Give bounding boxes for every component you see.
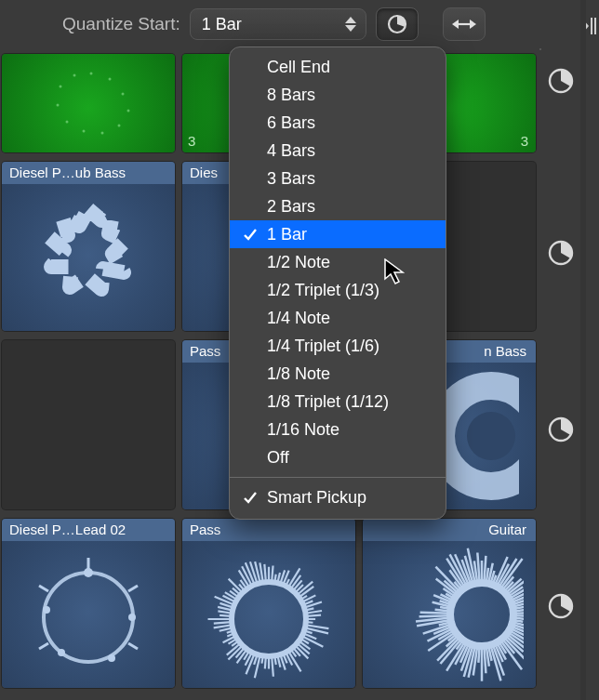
- cell-label: Diesel P…ub Bass: [2, 162, 175, 184]
- knob-icon: [547, 592, 575, 620]
- check-icon: [241, 165, 260, 192]
- quantize-start-value: 1 Bar: [202, 15, 242, 34]
- row-knob-3[interactable]: [547, 416, 575, 443]
- menu-item-label: 6 Bars: [267, 113, 315, 132]
- stretch-button[interactable]: [443, 7, 486, 41]
- menu-item[interactable]: 1/8 Triplet (1/12): [230, 388, 446, 416]
- knob-icon: [547, 416, 575, 443]
- svg-line-95: [214, 625, 233, 627]
- check-icon: [241, 483, 260, 511]
- check-icon: [241, 192, 260, 220]
- svg-marker-4: [452, 20, 459, 29]
- menu-item-label: 1/2 Triplet (1/3): [267, 281, 379, 299]
- menu-item[interactable]: 1/2 Note: [230, 248, 446, 276]
- menu-item[interactable]: 1 Bar: [230, 220, 446, 248]
- waveform-ring-icon: [23, 192, 153, 323]
- menu-item[interactable]: 8 Bars: [230, 81, 446, 109]
- svg-marker-0: [345, 17, 356, 23]
- svg-line-115: [260, 562, 262, 582]
- check-icon: [241, 81, 260, 109]
- svg-line-30: [39, 586, 48, 591]
- check-icon: [241, 388, 260, 416]
- menu-item[interactable]: 1/4 Triplet (1/6): [230, 332, 446, 360]
- cell-pass-r3[interactable]: Pass: [182, 519, 355, 688]
- cell-label: Pass: [182, 519, 355, 541]
- menu-item-label: 4 Bars: [267, 141, 315, 160]
- waveform-ring-icon: [19, 545, 158, 684]
- menu-item[interactable]: 2 Bars: [230, 192, 446, 220]
- svg-point-13: [60, 86, 62, 88]
- svg-point-19: [118, 125, 121, 127]
- menu-item[interactable]: 1/2 Triplet (1/3): [230, 276, 446, 304]
- check-icon: [241, 53, 260, 81]
- check-icon: [241, 416, 260, 443]
- waveform-ring-icon: [19, 66, 158, 140]
- knob-icon: [547, 67, 575, 95]
- svg-line-28: [128, 586, 138, 591]
- row-knob-2[interactable]: [547, 239, 575, 267]
- menu-item[interactable]: Cell End: [230, 53, 446, 81]
- svg-point-32: [84, 568, 93, 577]
- svg-point-25: [467, 412, 515, 460]
- menu-item-label: 1/16 Note: [267, 420, 339, 439]
- svg-point-35: [58, 649, 65, 656]
- menu-item-label: 1/4 Note: [267, 309, 330, 327]
- svg-point-21: [83, 130, 86, 133]
- svg-point-34: [108, 654, 115, 662]
- menu-item[interactable]: 6 Bars: [230, 109, 446, 137]
- cell-empty-r2c1[interactable]: [2, 340, 175, 509]
- menu-item[interactable]: Off: [230, 443, 446, 471]
- menu-item[interactable]: 4 Bars: [230, 137, 446, 165]
- cell-guitar[interactable]: Guitar: [363, 519, 536, 688]
- quantize-start-select[interactable]: 1 Bar: [190, 8, 366, 40]
- check-icon: [241, 276, 260, 304]
- svg-point-22: [66, 121, 69, 124]
- svg-point-17: [122, 93, 125, 96]
- check-icon: [241, 137, 260, 165]
- svg-line-185: [419, 615, 450, 616]
- svg-point-14: [73, 74, 76, 77]
- row-knob-1[interactable]: [547, 67, 575, 95]
- svg-line-186: [420, 613, 450, 614]
- svg-point-36: [43, 606, 50, 614]
- svg-point-20: [101, 132, 104, 135]
- select-stepper-icon: [345, 17, 356, 32]
- cell-label: Guitar: [363, 519, 536, 541]
- check-icon: [241, 360, 260, 388]
- svg-point-208: [450, 583, 513, 646]
- menu-item-smart-pickup[interactable]: Smart Pickup: [230, 483, 446, 511]
- menu-item-label: 8 Bars: [267, 86, 315, 104]
- menu-item[interactable]: 1/4 Note: [230, 304, 446, 332]
- loop-mode-button[interactable]: [376, 7, 419, 41]
- menu-item-label: 1/8 Note: [267, 364, 330, 383]
- check-icon: [241, 109, 260, 137]
- quantize-start-menu[interactable]: Cell End8 Bars6 Bars4 Bars3 Bars2 Bars1 …: [229, 46, 446, 520]
- waveform-ring-icon: [199, 545, 339, 684]
- menu-item-label: Cell End: [267, 58, 330, 76]
- menu-separator: [230, 477, 446, 478]
- right-ruler: [580, 0, 586, 700]
- svg-rect-8: [594, 18, 596, 34]
- check-icon: [241, 332, 260, 360]
- cell-diesel-lead-02[interactable]: Diesel P…Lead 02: [2, 519, 175, 688]
- svg-line-162: [484, 646, 486, 673]
- menu-item-label: 2 Bars: [267, 197, 315, 216]
- menu-item[interactable]: 1/16 Note: [230, 416, 446, 443]
- menu-item-label: 3 Bars: [267, 169, 315, 188]
- svg-rect-7: [591, 18, 592, 34]
- menu-item[interactable]: 3 Bars: [230, 165, 446, 192]
- row-knob-4[interactable]: [547, 592, 575, 620]
- menu-item-label: 1/2 Note: [267, 253, 330, 271]
- cell-diesel-ub-bass[interactable]: Diesel P…ub Bass: [2, 162, 175, 331]
- knob-icon: [547, 239, 575, 267]
- menu-item[interactable]: 1/8 Note: [230, 360, 446, 388]
- svg-line-76: [272, 656, 273, 677]
- cell-green-1[interactable]: [2, 54, 175, 152]
- svg-line-29: [128, 643, 138, 649]
- cell-marker: 3: [521, 133, 528, 149]
- svg-point-16: [109, 78, 112, 81]
- check-icon: [241, 220, 260, 248]
- menu-item-label: Off: [267, 448, 289, 467]
- svg-point-15: [90, 73, 93, 75]
- svg-point-18: [127, 110, 130, 112]
